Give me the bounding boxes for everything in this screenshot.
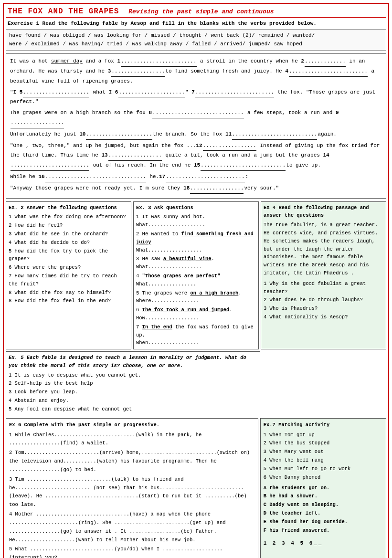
ex3-title: Ex. 3 Ask questions [136, 204, 256, 212]
ex3-q6-answer: How.................. [136, 314, 256, 322]
ex2-q3: 3 What did he see in the orchard? [9, 230, 128, 238]
ex7-right-items: A the students got on. B he had a shower… [264, 484, 383, 535]
bottom-row: Ex 6 Complete with the past simple or pr… [6, 418, 386, 558]
title-bar: THE FOX AND THE GRAPES Revising the past… [6, 6, 386, 18]
ex3-q1-text: 1 It was sunny and hot. [136, 213, 256, 221]
page: THE FOX AND THE GRAPES Revising the past… [3, 3, 389, 558]
ex4-title: EX 4 Read the following passage and answ… [264, 204, 383, 220]
fable-line-2: "I 5..................... what I 6......… [10, 88, 382, 107]
fable-line-5: "One , two, three," and up he jumped, bu… [10, 141, 382, 171]
ex5-box: Ex. 5 Each fable is designed to teach a … [6, 351, 260, 416]
fable-line-4: Unfortunately he just 10................… [10, 130, 382, 140]
ex2-q1: 1 What was the fox doing one afternoon? [9, 213, 128, 221]
three-col-section: EX. 2 Answer the following questions 1 W… [6, 201, 386, 350]
word-bank: have found / was obliged / was looking f… [6, 29, 386, 51]
ex5-title: Ex. 5 Each fable is designed to teach a … [9, 354, 257, 370]
wordbank-line1: have found / was obliged / was looking f… [9, 32, 383, 40]
ex4-q1: 1 Why is the good fabulist a great teach… [264, 280, 383, 296]
ex6-s3: 3 Tim ............................(talk)… [9, 475, 255, 509]
ex3-q5-answer: Where................ [136, 297, 256, 305]
ex6-box: Ex 6 Complete with the past simple or pr… [6, 418, 258, 558]
ex3-q4-text: 4 "Those grapes are perfect" [136, 272, 256, 280]
ex5-opt2: 2 Self-help is the best help [9, 379, 257, 388]
ex2-q5: 5 How did the fox try to pick the grapes… [9, 247, 128, 263]
ex5-opt5: 5 Any fool can despise what he cannot ge… [9, 405, 257, 413]
ex3-box: Ex. 3 Ask questions 1 It was sunny and h… [133, 201, 259, 350]
ex1-instruction: Exercise 1 Read the following fable by A… [6, 20, 386, 27]
ex7-l6: 6 When Danny phoned [264, 474, 383, 482]
ex3-q6-text: 6 The fox took a run and jumped. [136, 306, 256, 314]
ex2-q4: 4 What did he decide to do? [9, 239, 128, 247]
ex7-r-e: E she found her dog outside. [264, 518, 383, 526]
ex3-q7-answer: When................. [136, 339, 256, 347]
ex3-item1: 1 It was sunny and hot. What............… [136, 213, 256, 229]
ex7-r-b: B he had a shower. [264, 492, 383, 501]
ex7-title: Ex.7 Matching activity [264, 421, 383, 430]
ex4-box: EX 4 Read the following passage and answ… [261, 201, 386, 350]
ex5-opt1: 1 It is easy to despise what you cannot … [9, 371, 257, 379]
ex2-q6: 6 Where were the grapes? [9, 263, 128, 272]
ex2-q9: 8 How did the fox feel in the end? [9, 297, 128, 305]
ex6-title: Ex 6 Complete with the past simple or pr… [9, 421, 255, 430]
ex4-q2: 2 What does he do through laughs? [264, 296, 383, 304]
ex7-l4: 4 When the bell rang [264, 456, 383, 465]
fable-line-7: "Anyway those grapes were not ready yet.… [10, 184, 382, 194]
ex4-questions: 1 Why is the good fabulist a great teach… [264, 280, 383, 321]
ex7-r-d: D the teacher left. [264, 509, 383, 518]
ex2-title: EX. 2 Answer the following questions [9, 204, 128, 212]
wordbank-line2: were / exclaimed / was having/ tried / w… [9, 40, 383, 49]
ex7-l1: 1 When Tom got up [264, 431, 383, 440]
ex5-opt3: 3 Look before you leap. [9, 388, 257, 396]
ex7-answer-line: 1 2 3 4 5 6__ [264, 539, 383, 548]
ex6-s4: 4 Mother ...............................… [9, 510, 255, 544]
ex5-options: 1 It is easy to despise what you cannot … [9, 371, 257, 413]
ex7-left-items: 1 When Tom got up 2 When the bus stopped… [264, 431, 383, 482]
fable-line-3: The grapes were on a high branch so the … [10, 108, 382, 128]
ex3-q2-answer: What.................. [136, 246, 256, 254]
ex7-l5: 5 When Mum left to go to work [264, 465, 383, 474]
ex6-s5: 5 What ............................(you/… [9, 545, 255, 558]
main-title: THE FOX AND THE GRAPES [8, 7, 119, 16]
ex6-s1: 1 While Charles.........................… [9, 431, 255, 448]
ex3-item4: 4 "Those grapes are perfect" What.......… [136, 272, 256, 288]
ex6-s2: 2 Tom.........................(arrive) h… [9, 449, 255, 474]
ex3-q1-answer: What................... [136, 221, 256, 229]
ex3-q3-answer: What.................. [136, 263, 256, 271]
fable-line-1: It was a hot summer day and a fox 1.....… [10, 57, 382, 86]
ex3-q5-text: 5 The grapes were on a high branch. [136, 289, 256, 297]
ex4-q3: 3 Who is Phaedrus? [264, 305, 383, 313]
ex7-l3: 3 When Mary went out [264, 448, 383, 456]
fable-text: It was a hot summer day and a fox 1.....… [6, 53, 386, 198]
ex3-q4-answer: What................ [136, 280, 256, 288]
ex3-item5: 5 The grapes were on a high branch. Wher… [136, 289, 256, 305]
subtitle: Revising the past simple and continuous [128, 8, 274, 15]
ex3-q2-text: 2 He wanted to find something fresh and … [136, 230, 256, 246]
ex7-box: Ex.7 Matching activity 1 When Tom got up… [260, 418, 386, 558]
ex4-q4: 4 What nationality is Aesop? [264, 313, 383, 321]
ex3-item7: 7 In the end the fox was forced to give … [136, 323, 256, 347]
ex4-passage: The true fabulist, is a great teacher. H… [264, 221, 383, 277]
ex2-q2: 2 How did he feel? [9, 221, 128, 230]
ex3-item3: 3 He saw a beautiful vine. What.........… [136, 255, 256, 271]
ex3-q3-text: 3 He saw a beautiful vine. [136, 255, 256, 263]
ex2-q7: 7 How many times did he try to reach the… [9, 272, 128, 288]
ex7-r-c: C Daddy went on sleeping. [264, 501, 383, 509]
fable-line-6: While he 16.............................… [10, 172, 382, 182]
ex2-q8: 8 What did the fox say to himself? [9, 289, 128, 297]
ex3-q7-text: 7 In the end the fox was forced to give … [136, 323, 256, 339]
ex7-r-f: F his friend answered. [264, 526, 383, 535]
ex2-box: EX. 2 Answer the following questions 1 W… [6, 201, 131, 350]
ex7-r-a: A the students got on. [264, 484, 383, 493]
ex5-opt4: 4 Abstain and enjoy. [9, 397, 257, 405]
ex3-item2: 2 He wanted to find something fresh and … [136, 230, 256, 254]
ex7-l2: 2 When the bus stopped [264, 439, 383, 448]
ex2-questions: 1 What was the fox doing one afternoon? … [9, 213, 128, 305]
ex3-item6: 6 The fox took a run and jumped. How....… [136, 306, 256, 322]
